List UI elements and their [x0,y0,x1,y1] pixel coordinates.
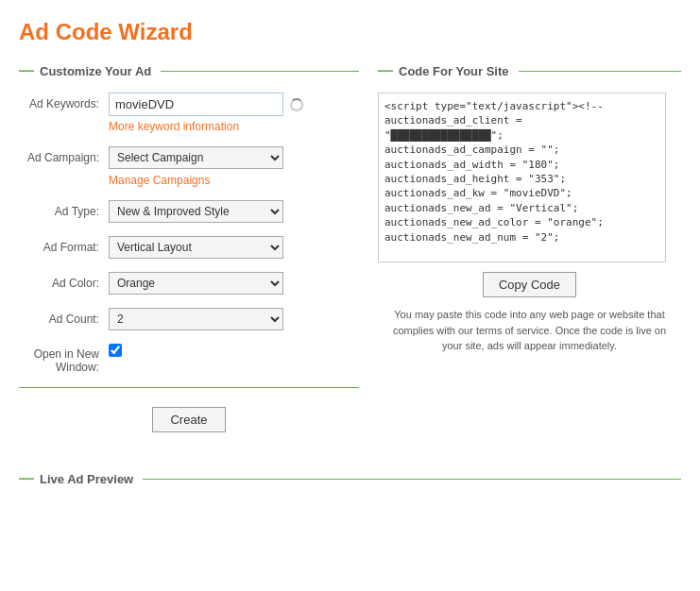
adtype-label: Ad Type: [19,200,109,218]
adcolor-content: Orange Blue Green Red [109,272,359,295]
loading-spinner-icon [289,97,304,112]
customize-label: Customize Your Ad [40,64,151,78]
manage-campaigns-link[interactable]: Manage Campaigns [109,174,359,187]
keywords-input[interactable] [109,93,283,116]
adcount-content: 2 1 3 4 5 [109,308,359,330]
openwindow-content [109,344,359,357]
form-divider [19,387,359,388]
create-button[interactable]: Create [152,407,225,432]
preview-dash: — [19,470,34,487]
create-row: Create [19,407,359,432]
adformat-content: Vertical Layout Horizontal Layout [109,236,359,259]
adcount-select[interactable]: 2 1 3 4 5 [109,308,283,330]
copy-code-wrap: Copy Code [378,272,681,297]
code-section: — Code For Your Site <script type="text/… [378,62,681,354]
keywords-row: Ad Keywords: More keyword information [19,93,359,133]
adformat-select[interactable]: Vertical Layout Horizontal Layout [109,236,283,259]
preview-header: — Live Ad Preview [19,470,681,487]
openwindow-checkbox[interactable] [109,344,122,357]
adcount-row: Ad Count: 2 1 3 4 5 [19,308,359,330]
adcount-label: Ad Count: [19,308,109,326]
live-preview-section: — Live Ad Preview [0,470,700,487]
code-textarea[interactable]: <script type="text/javascript"><!-- auct… [379,93,665,262]
code-header-label: Code For Your Site [399,64,509,78]
keyword-input-wrap [109,93,359,116]
adformat-row: Ad Format: Vertical Layout Horizontal La… [19,236,359,259]
code-header-dash: — [378,62,393,79]
preview-label: Live Ad Preview [40,472,133,486]
header-line [161,71,359,72]
campaign-content: Select Campaign Campaign 1 Campaign 2 Ma… [109,146,359,187]
adcolor-select[interactable]: Orange Blue Green Red [109,272,283,295]
code-textarea-wrap: <script type="text/javascript"><!-- auct… [378,93,666,262]
campaign-label: Ad Campaign: [19,146,109,164]
header-dash: — [19,62,34,79]
adcolor-row: Ad Color: Orange Blue Green Red [19,272,359,295]
openwindow-checkbox-row [109,344,359,357]
adtype-content: New & Improved Style Classic Style [109,200,359,223]
preview-line [143,479,681,480]
adtype-row: Ad Type: New & Improved Style Classic St… [19,200,359,223]
code-header-line [519,71,681,72]
customize-section: — Customize Your Ad Ad Keywords: More ke… [19,62,359,442]
preview-section-wrap: — Live Ad Preview [19,470,681,487]
adformat-label: Ad Format: [19,236,109,254]
adcolor-label: Ad Color: [19,272,109,290]
copy-code-button[interactable]: Copy Code [483,272,576,297]
campaign-select[interactable]: Select Campaign Campaign 1 Campaign 2 [109,146,283,169]
customize-header: — Customize Your Ad [19,62,359,79]
page-title: Ad Code Wizard [19,19,681,45]
more-info-link[interactable]: More keyword information [109,120,359,133]
code-info-text: You may paste this code into any web pag… [378,307,681,354]
keywords-content: More keyword information [109,93,359,133]
openwindow-label: Open in New Window: [19,344,109,374]
adtype-select[interactable]: New & Improved Style Classic Style [109,200,283,223]
keywords-label: Ad Keywords: [19,93,109,110]
openwindow-row: Open in New Window: [19,344,359,374]
code-header: — Code For Your Site [378,62,681,79]
campaign-row: Ad Campaign: Select Campaign Campaign 1 … [19,146,359,187]
